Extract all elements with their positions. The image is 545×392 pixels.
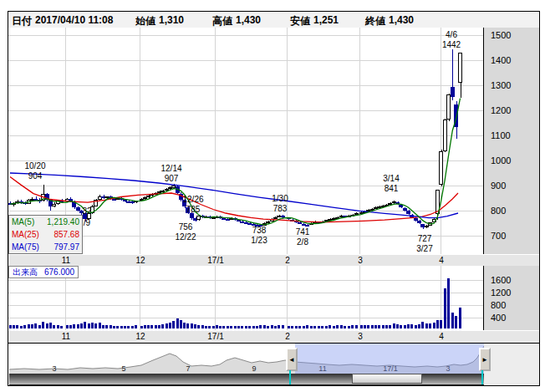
annotation-line: 2/8 [296, 237, 310, 247]
price-tick-label: 1200 [491, 105, 511, 115]
volume-bar [389, 325, 391, 328]
volume-chart-panel: 出来高676.000 16001200800400 [8, 266, 540, 332]
navigator-selection[interactable] [295, 344, 484, 374]
volume-bar [99, 323, 101, 328]
volume-bar [166, 323, 168, 328]
price-month-label: 4 [427, 256, 456, 265]
ma-legend-label: MA(5) [12, 216, 34, 228]
volume-bar [186, 323, 189, 328]
volume-bar [444, 288, 446, 328]
annotation-line: 12/22 [175, 232, 196, 242]
chart-annotation: 12/14907 [160, 164, 181, 184]
volume-bar [336, 325, 339, 328]
volume-bar [382, 325, 385, 328]
ma-legend-value: 857.68 [53, 228, 79, 241]
volume-bar [53, 325, 55, 328]
volume-bar [161, 324, 164, 328]
annotation-line: 12/14 [160, 164, 181, 174]
annotation-line: 783 [272, 204, 288, 214]
price-month-label: 3 [346, 256, 374, 265]
volume-bar [274, 326, 277, 328]
volume-bar [351, 325, 354, 328]
annotation-line: 756 [175, 222, 196, 232]
volume-bar [201, 325, 204, 328]
annotation-line: 785 [182, 205, 203, 215]
navigator-month-label: 3 [43, 364, 65, 373]
volume-bar [355, 325, 358, 328]
volume-title: 出来高 [13, 267, 38, 277]
volume-month-label: 17/1 [201, 332, 230, 341]
volume-value: 676.000 [44, 267, 74, 277]
low-value: 1,251 [313, 14, 339, 26]
price-chart-panel: 10/2090412/1490712/2678575612/227381/237… [8, 28, 540, 256]
volume-bar [102, 325, 104, 328]
volume-bar [183, 323, 186, 328]
low-label: 安値 [290, 14, 310, 28]
volume-bar [88, 323, 90, 328]
open-value: 1,310 [159, 14, 184, 26]
ma-legend-value: 1,219.40 [47, 216, 79, 228]
volume-month-label: 2 [273, 332, 302, 341]
annotation-line: 738 [251, 226, 267, 236]
scrollbar-thumb[interactable] [352, 374, 422, 384]
horizontal-scrollbar [8, 374, 540, 386]
annotation-line: 904 [24, 171, 45, 181]
annotation-line: 3/14 [383, 174, 399, 184]
ma-legend-row: MA(25)857.68 [9, 228, 82, 241]
annotation-line: 741 [296, 227, 310, 237]
volume-bar [13, 325, 15, 328]
volume-bar [147, 325, 150, 328]
volume-bar [378, 325, 380, 328]
chart-annotation: 75612/22 [175, 222, 196, 242]
chart-annotation: 7273/27 [416, 234, 432, 254]
volume-tick-label: 800 [491, 300, 506, 310]
annotation-line: 32 [82, 206, 91, 216]
volume-gridline [8, 305, 483, 306]
annotation-line: 1442 [442, 40, 461, 50]
volume-bar [16, 325, 18, 328]
volume-bar [219, 326, 222, 328]
volume-bar [295, 326, 298, 328]
volume-bar [333, 326, 335, 328]
volume-bar [144, 325, 146, 328]
volume-tick-label: 1600 [491, 275, 511, 285]
chart-annotation: /9 [84, 218, 90, 228]
price-tick-label: 1300 [491, 80, 511, 90]
volume-bar [348, 326, 350, 328]
chart-annotation: 1/30783 [272, 194, 288, 214]
volume-bar [404, 325, 406, 328]
volume-bar [313, 326, 316, 328]
volume-bar [208, 326, 211, 328]
volume-bar [329, 325, 331, 328]
volume-bar [400, 325, 402, 328]
volume-axis: 16001200800400 [483, 266, 539, 330]
ma-legend-label: MA(25) [12, 228, 39, 241]
annotation-line: 12/26 [182, 195, 203, 205]
volume-bar [46, 323, 48, 328]
volume-bar [169, 323, 171, 328]
volume-bar [230, 326, 232, 328]
volume-bar [440, 320, 442, 328]
high-label: 高値 [212, 14, 232, 28]
volume-bar [57, 325, 59, 328]
navigator-plot[interactable]: 35791117/13 [8, 344, 484, 374]
volume-bar [410, 324, 413, 328]
ma5-line [10, 99, 461, 225]
volume-bar [91, 323, 94, 328]
volume-bar [212, 326, 215, 328]
price-axis: 150014001300120011001000900800700 [483, 28, 539, 254]
navigator-left-arrow-button[interactable]: ◄ [286, 348, 298, 371]
volume-bar [105, 325, 108, 328]
volume-bar [237, 326, 240, 328]
volume-bar [306, 325, 308, 328]
volume-bar [49, 323, 52, 328]
volume-month-gridline [287, 266, 288, 330]
navigator-right-arrow-button[interactable]: ► [479, 348, 491, 371]
volume-bar [418, 324, 420, 328]
volume-bar [263, 325, 266, 328]
volume-bar [23, 325, 26, 328]
volume-bar [28, 324, 30, 328]
volume-bar [385, 325, 388, 328]
volume-label-box: 出来高676.000 [8, 266, 79, 278]
price-month-label: 2 [273, 256, 302, 265]
